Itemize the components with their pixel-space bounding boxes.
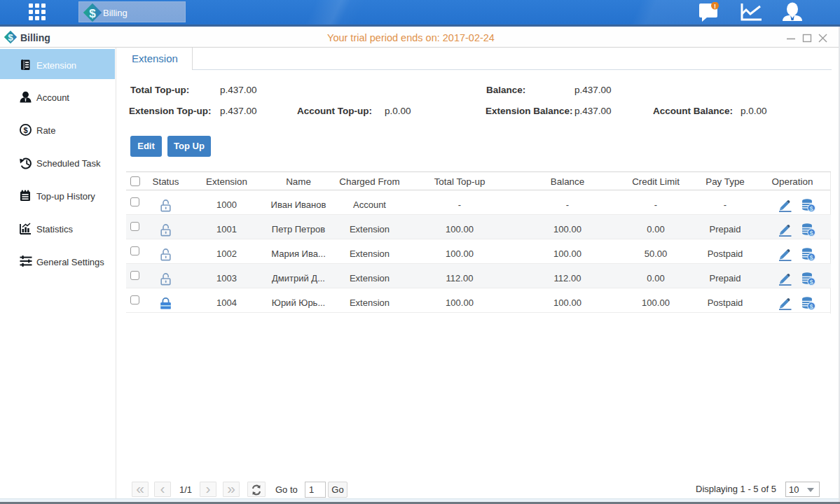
svg-text:$: $	[810, 278, 814, 286]
svg-text:$: $	[89, 7, 96, 20]
svg-text:$: $	[23, 126, 27, 134]
svg-text:$: $	[810, 204, 814, 212]
svg-text:!: !	[714, 3, 716, 10]
svg-text:$: $	[810, 229, 814, 237]
svg-text:$: $	[810, 302, 814, 310]
svg-text:$: $	[810, 253, 814, 261]
